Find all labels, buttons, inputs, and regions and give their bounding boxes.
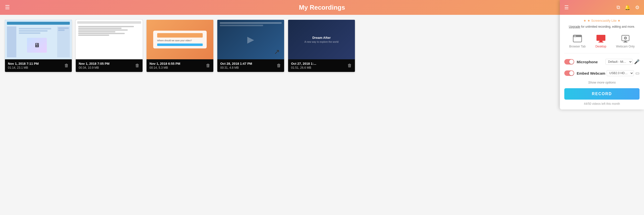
svg-rect-2 (574, 36, 576, 36)
desktop-label: Desktop (596, 45, 606, 48)
video-info: Nov 1, 2018 7:11 PM 01:14, 23.1 MB 🗑 (5, 59, 72, 72)
browser-tab-icon (572, 34, 583, 43)
video-info: Nov 1, 2018 7:05 PM 00:34, 10.9 MB 🗑 (76, 59, 142, 72)
webcam-select[interactable]: USB2.0 HD U... (607, 70, 634, 76)
embed-webcam-left: Embed Webcam (564, 70, 606, 76)
desktop-icon (596, 34, 606, 43)
screencastify-badge: ★ ★ Screencastify Lite ★ (564, 19, 640, 22)
delete-icon[interactable]: 🗑 (348, 63, 352, 68)
badge-text: ★ Screencastify Lite ★ (587, 19, 620, 22)
video-meta: Oct 27, 2018 1:... 01:51, 26.6 MB (291, 62, 316, 69)
video-info: Oct 27, 2018 1:... 01:51, 26.6 MB 🗑 (288, 59, 355, 72)
delete-icon[interactable]: 🗑 (206, 63, 210, 68)
popup-gear-icon[interactable]: ⚙ (635, 4, 640, 10)
header-left: ☰ (5, 4, 10, 11)
video-meta: Oct 28, 2018 1:47 PM 00:31, 4.8 MB (220, 62, 252, 69)
delete-icon[interactable]: 🗑 (64, 63, 69, 68)
delete-icon[interactable]: 🗑 (135, 63, 140, 68)
video-details: 01:51, 26.6 MB (291, 66, 316, 69)
webcam-only-label: Webcam Only (616, 45, 634, 48)
video-card: Where should we save your video? Nov 1, … (146, 20, 213, 72)
microphone-toggle[interactable] (564, 59, 574, 64)
microphone-row: Microphone Default - Micr... 🎤 (564, 58, 640, 66)
video-date: Oct 27, 2018 1:... (291, 62, 316, 65)
embed-webcam-toggle[interactable] (564, 70, 574, 76)
svg-rect-5 (598, 42, 604, 42)
upgrade-text: Upgrade for unlimited recording, editing… (564, 25, 640, 28)
video-meta: Nov 1, 2018 7:05 PM 00:34, 10.9 MB (79, 62, 110, 69)
video-info: Nov 1, 2018 6:55 PM 00:14, 5.3 MB 🗑 (146, 59, 213, 72)
recording-type-tabs: Browser Tab Desktop (564, 32, 640, 53)
svg-rect-10 (624, 42, 628, 42)
tab-desktop[interactable]: Desktop (593, 32, 609, 50)
video-date: Nov 1, 2018 7:05 PM (79, 62, 110, 65)
video-card: Nov 1, 2018 7:05 PM 00:34, 10.9 MB 🗑 (76, 20, 142, 72)
microphone-select[interactable]: Default - Micr... (606, 59, 632, 65)
video-thumbnail[interactable] (76, 20, 142, 59)
svg-point-8 (625, 37, 626, 39)
svg-rect-9 (624, 41, 626, 42)
upgrade-link[interactable]: Upgrade (569, 25, 580, 28)
video-details: 01:14, 23.1 MB (8, 66, 38, 69)
microphone-label: Microphone (577, 60, 598, 64)
browser-tab-label: Browser Tab (569, 45, 586, 48)
popup-menu-icon[interactable]: ☰ (564, 4, 569, 10)
webcam-frame-icon: ▭ (635, 70, 640, 76)
video-date: Oct 28, 2018 1:47 PM (220, 62, 252, 65)
video-card: 🖥 Nov 1, 2018 7:11 PM 01:14, 23.1 MB 🗑 (5, 20, 72, 72)
popup-copy-icon[interactable]: ⧉ (616, 4, 620, 10)
popup-body: ★ ★ Screencastify Lite ★ Upgrade for unl… (560, 15, 644, 77)
tab-browser-tab[interactable]: Browser Tab (567, 32, 588, 50)
popup-bell-icon[interactable]: 🔔 (624, 4, 631, 10)
page-title: My Recordings (299, 4, 345, 11)
video-date: Nov 1, 2018 7:11 PM (8, 62, 38, 65)
embed-webcam-label: Embed Webcam (577, 71, 606, 75)
video-info: Oct 28, 2018 1:47 PM 00:31, 4.8 MB 🗑 (217, 59, 284, 72)
video-details: 00:34, 10.9 MB (79, 66, 110, 69)
tab-webcam-only[interactable]: Webcam Only (614, 32, 637, 50)
hamburger-icon[interactable]: ☰ (5, 4, 10, 11)
microphone-left: Microphone (564, 59, 598, 64)
recordings-grid: 🖥 Nov 1, 2018 7:11 PM 01:14, 23.1 MB 🗑 (0, 15, 644, 77)
video-thumbnail[interactable]: Dream After A new way to explore the wor… (288, 20, 355, 59)
badge-star-left: ★ (583, 19, 587, 22)
webcam-only-icon (620, 34, 631, 43)
svg-rect-4 (600, 41, 602, 42)
microphone-right: Default - Micr... 🎤 (606, 59, 640, 65)
video-card: ▶ ↗ Oct 28, 2018 1:47 PM 00:31, 4.8 MB 🗑 (217, 20, 284, 72)
video-thumbnail[interactable]: Where should we save your video? (146, 20, 213, 59)
video-meta: Nov 1, 2018 6:55 PM 00:14, 5.3 MB (150, 62, 180, 69)
embed-webcam-row: Embed Webcam USB2.0 HD U... ▭ (564, 69, 640, 77)
video-date: Nov 1, 2018 6:55 PM (150, 62, 180, 65)
video-details: 00:14, 5.3 MB (150, 66, 180, 69)
video-thumbnail[interactable]: ▶ ↗ (217, 20, 284, 59)
popup-header: ☰ ⧉ 🔔 ⚙ (560, 0, 644, 15)
mic-icon: 🎤 (634, 59, 640, 64)
video-card: Dream After A new way to explore the wor… (288, 20, 355, 72)
video-meta: Nov 1, 2018 7:11 PM 01:14, 23.1 MB (8, 62, 38, 69)
video-details: 00:31, 4.8 MB (220, 66, 252, 69)
delete-icon[interactable]: 🗑 (277, 63, 281, 68)
video-thumbnail[interactable]: 🖥 (5, 20, 72, 59)
svg-rect-3 (596, 35, 606, 41)
embed-webcam-right: USB2.0 HD U... ▭ (607, 70, 640, 76)
app-header: ☰ My Recordings ⧉ 🔔 ⚙ (0, 0, 644, 15)
recording-popup: ☰ ⧉ 🔔 ⚙ ★ ★ Screencastify Lite ★ Upgrade… (560, 0, 644, 77)
